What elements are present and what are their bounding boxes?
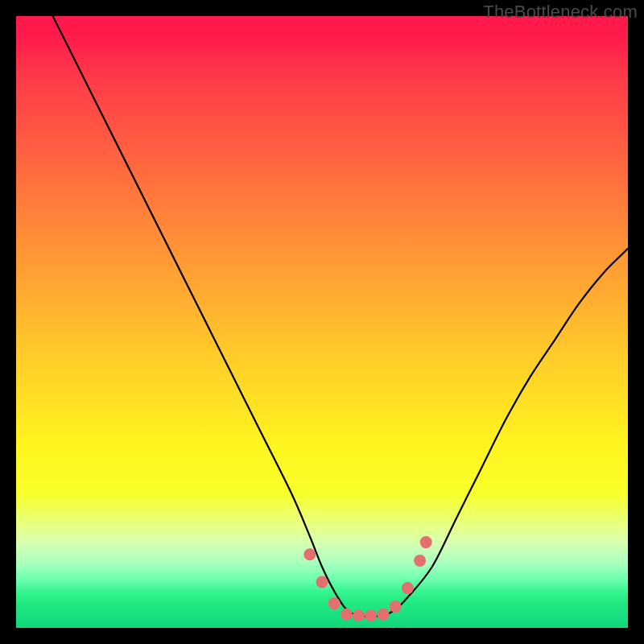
curve-marker [328, 597, 341, 609]
bottleneck-curve-path [53, 16, 628, 616]
curve-marker [303, 548, 316, 560]
curve-markers [303, 536, 431, 621]
curve-marker [353, 609, 365, 621]
curve-marker [414, 555, 426, 567]
curve-marker [316, 576, 328, 588]
curve-marker [402, 582, 414, 594]
chart-plot-area [16, 16, 628, 628]
watermark-text: TheBottleneck.com [483, 2, 638, 23]
curve-marker [341, 609, 353, 621]
curve-marker [365, 609, 377, 621]
chart-frame: TheBottleneck.com [0, 0, 644, 644]
bottleneck-curve-svg [16, 16, 628, 628]
curve-marker [420, 536, 432, 548]
curve-marker [378, 609, 390, 621]
curve-marker [390, 601, 402, 613]
